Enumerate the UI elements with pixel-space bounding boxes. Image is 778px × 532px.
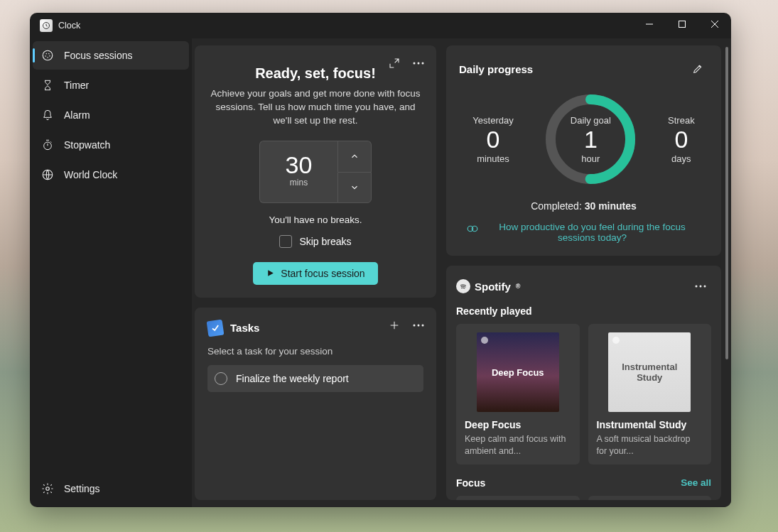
sidebar-item-label: Stopwatch [64, 139, 110, 151]
progress-title: Daily progress [459, 63, 533, 75]
playlist-art: Deep Focus [477, 332, 559, 412]
completed-text: Completed: 30 minutes [531, 200, 637, 212]
sidebar-item-stopwatch[interactable]: Stopwatch [33, 131, 189, 159]
sidebar-item-timer[interactable]: Timer [33, 71, 189, 99]
svg-point-9 [46, 487, 50, 491]
tasks-title: Tasks [230, 322, 259, 334]
focus-session-card: Ready, set, focus! Achieve your goals an… [195, 45, 436, 298]
titlebar: Clock [30, 13, 731, 38]
sidebar-item-settings[interactable]: Settings [33, 474, 189, 503]
sidebar-item-focus-sessions[interactable]: Focus sessions [33, 41, 189, 70]
playlist-desc: A soft musical backdrop for your... [597, 433, 703, 457]
skip-breaks-label: Skip breaks [299, 236, 351, 247]
decrement-button[interactable] [337, 172, 372, 203]
duration-unit: mins [290, 178, 308, 188]
see-all-link[interactable]: See all [681, 477, 711, 488]
more-icon[interactable] [408, 315, 429, 336]
scrollbar[interactable] [725, 47, 728, 499]
playlist-item[interactable]: CodingCoding [456, 496, 580, 500]
tasks-card: Tasks Select a task for your session Fin… [195, 308, 436, 500]
svg-point-22 [704, 286, 706, 288]
more-icon[interactable] [690, 276, 711, 297]
edit-goal-button[interactable] [687, 58, 708, 80]
close-button[interactable] [698, 13, 731, 36]
svg-point-5 [43, 50, 53, 60]
svg-point-6 [45, 53, 50, 58]
playlist-item[interactable]: Deep FocusDeep Focus [588, 496, 712, 500]
playlist-art: Instrumental Study [608, 332, 691, 412]
app-title: Clock [58, 21, 80, 31]
duration-spinner: 30 mins [207, 141, 423, 203]
svg-point-12 [422, 63, 424, 65]
todo-icon [207, 319, 225, 337]
stopwatch-icon [41, 139, 54, 151]
hourglass-icon [41, 79, 54, 92]
feedback-icon [466, 222, 479, 235]
sidebar: Focus sessions Timer Alarm Stopwatch Wor… [30, 38, 192, 507]
sidebar-item-label: World Clock [64, 169, 117, 180]
svg-point-11 [418, 63, 420, 65]
spotify-logo: Spotify® [456, 279, 520, 293]
yesterday-stat: Yesterday 0 minutes [472, 115, 513, 164]
focus-section-label: Focus [456, 477, 485, 489]
task-label: Finalize the weekly report [236, 373, 349, 384]
playlist-title: Instrumental Study [597, 419, 703, 430]
recently-played-label: Recently played [456, 305, 711, 317]
playlist-title: Deep Focus [465, 419, 571, 430]
sidebar-item-label: Timer [64, 80, 89, 91]
tasks-hint: Select a task for your session [207, 346, 423, 357]
increment-button[interactable] [337, 141, 372, 172]
bell-icon [41, 109, 54, 121]
playlist-desc: Keep calm and focus with ambient and... [465, 433, 571, 457]
sidebar-item-alarm[interactable]: Alarm [33, 101, 189, 129]
playlist-item[interactable]: Instrumental StudyInstrumental StudyA so… [588, 324, 712, 465]
focus-description: Achieve your goals and get more done wit… [207, 87, 423, 128]
task-item[interactable]: Finalize the weekly report [207, 365, 423, 392]
playlist-item[interactable]: Deep FocusDeep FocusKeep calm and focus … [456, 324, 580, 465]
add-task-button[interactable] [384, 315, 405, 336]
scrollbar-thumb[interactable] [725, 47, 728, 359]
spotify-icon [456, 279, 470, 293]
sidebar-item-label: Alarm [64, 109, 90, 121]
svg-point-15 [422, 324, 424, 326]
duration-display[interactable]: 30 mins [259, 141, 337, 203]
svg-point-21 [700, 286, 702, 288]
svg-rect-2 [679, 21, 686, 28]
start-button-label: Start focus session [281, 268, 364, 279]
settings-label: Settings [64, 483, 100, 494]
streak-stat: Streak 0 days [668, 115, 695, 164]
goal-ring: Daily goal 1 hour [541, 89, 640, 189]
globe-icon [41, 168, 54, 181]
content-area: Ready, set, focus! Achieve your goals an… [192, 38, 731, 507]
daily-progress-card: Daily progress Yesterday 0 minutes [446, 45, 721, 256]
maximize-button[interactable] [666, 13, 698, 36]
focus-icon [41, 49, 54, 62]
svg-point-10 [414, 63, 416, 65]
sidebar-item-world-clock[interactable]: World Clock [33, 161, 189, 189]
skip-breaks-checkbox[interactable] [279, 235, 292, 248]
svg-point-7 [44, 142, 52, 150]
task-radio[interactable] [215, 372, 227, 385]
productivity-prompt[interactable]: How productive do you feel during the fo… [459, 222, 708, 243]
play-icon [266, 268, 275, 278]
svg-point-14 [418, 324, 420, 326]
minimize-button[interactable] [633, 13, 666, 36]
start-focus-button[interactable]: Start focus session [253, 262, 377, 285]
svg-point-13 [414, 324, 416, 326]
app-icon [40, 19, 53, 32]
expand-icon[interactable] [384, 53, 405, 74]
clock-window: Clock Focus sessions Timer Alarm [30, 13, 731, 507]
spotify-card: Spotify® Recently played Deep FocusDeep … [446, 266, 721, 500]
sidebar-item-label: Focus sessions [64, 50, 132, 61]
duration-value: 30 [286, 151, 313, 179]
breaks-text: You'll have no breaks. [207, 215, 423, 225]
gear-icon [41, 482, 54, 495]
svg-point-20 [696, 286, 698, 288]
more-icon[interactable] [408, 53, 429, 74]
